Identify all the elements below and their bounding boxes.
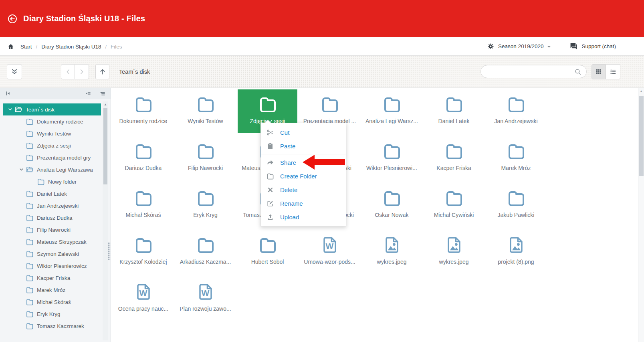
tree-item[interactable]: Michał Skóraś <box>3 296 101 308</box>
folder-item[interactable]: Kacper Friska <box>424 136 484 180</box>
tree-item-label: Tomasz Kaczmarek <box>37 323 84 329</box>
file-item[interactable]: WUmowa-wzor-pods... <box>300 230 359 273</box>
item-label: Jan Andrzejewski <box>494 118 537 124</box>
folder-item[interactable]: Wiktor Plesnierowi... <box>362 136 422 180</box>
sidebar-scrollbar[interactable]: ▲ <box>103 101 108 340</box>
grid-view-icon <box>595 68 602 75</box>
tree-item[interactable]: Dariusz Dudka <box>3 212 101 224</box>
folder-item[interactable]: Arkadiusz Kaczma... <box>176 230 235 273</box>
menu-item-label: Paste <box>280 143 295 150</box>
season-selector[interactable]: Season 2019/2020 <box>487 43 551 50</box>
file-item[interactable]: wykres.jpeg <box>362 230 422 273</box>
folder-item[interactable]: Analiza Legi Warsz... <box>362 89 422 133</box>
scroll-up-icon[interactable]: ▲ <box>103 101 108 107</box>
toolbar-right <box>480 64 620 79</box>
menu-item-upload[interactable]: Upload <box>261 210 346 224</box>
menu-item-label: Rename <box>280 200 303 207</box>
file-item[interactable]: WOcena pracy nauc... <box>113 277 173 320</box>
panel-resize-handle[interactable] <box>108 242 111 260</box>
arrow-up-icon <box>99 68 107 76</box>
folder-item[interactable]: Jan Andrzejewski <box>486 89 546 133</box>
tree-caret-spacer <box>18 227 26 233</box>
folder-item[interactable]: Filip Nawrocki <box>176 136 235 180</box>
tree-item[interactable]: Eryk Kryg <box>3 308 101 320</box>
item-label: projekt (8).png <box>498 259 534 265</box>
collapse-all-icon[interactable] <box>85 90 91 97</box>
tree-item[interactable]: Wyniki Testów <box>3 127 101 140</box>
main-scroll-thumb[interactable] <box>639 96 644 176</box>
expand-all-icon[interactable] <box>99 90 106 97</box>
folder-item[interactable]: Hubert Sobol <box>238 230 297 273</box>
tree-caret-spacer <box>18 251 26 257</box>
tree-item[interactable]: Mateusz Skrzypczak <box>3 236 101 248</box>
menu-item-delete[interactable]: Delete <box>261 183 346 196</box>
tree-item-label: Dariusz Dudka <box>37 215 73 221</box>
tree-item[interactable]: Wiktor Plesnierowicz <box>3 260 101 272</box>
tree-item[interactable]: Analiza Legi Warszawa <box>3 164 101 176</box>
folder-item[interactable]: Michał Skóraś <box>113 183 173 227</box>
tree-item-label: Nowy folder <box>48 179 77 185</box>
file-item[interactable]: wykres.jpeg <box>424 230 484 273</box>
menu-item-create-folder[interactable]: Create Folder <box>261 169 346 183</box>
tree-item[interactable]: Team`s disk <box>3 103 101 115</box>
tree-caret-spacer <box>18 299 26 305</box>
folder-item[interactable]: Wyniki Testów <box>176 89 235 133</box>
home-icon[interactable] <box>7 43 14 50</box>
tree-item[interactable]: Prezentacja model gry <box>3 152 101 164</box>
file-item[interactable]: projekt (8).png <box>486 230 546 273</box>
chevron-down-icon[interactable] <box>18 166 26 173</box>
chevron-down-icon[interactable] <box>7 106 14 113</box>
folder-item[interactable]: Dariusz Dudka <box>113 136 173 180</box>
tree-item[interactable]: Dokumenty rodzice <box>3 115 101 127</box>
breadcrumb-item[interactable]: Start <box>20 44 32 50</box>
folder-item[interactable]: Daniel Latek <box>424 89 484 133</box>
file-item[interactable]: WPlan rozwoju zawo... <box>176 277 235 320</box>
up-directory-button[interactable] <box>95 64 109 79</box>
folder-item[interactable]: Krzysztof Kołodziej <box>113 230 173 273</box>
breadcrumb-item[interactable]: Diary Stadion Śląski U18 <box>41 44 101 50</box>
forward-nav-button[interactable] <box>75 64 89 79</box>
folder-item[interactable]: Dokumenty rodzice <box>113 89 173 133</box>
folder-item[interactable]: Eryk Kryg <box>176 183 235 227</box>
tree-item-label: Prezentacja model gry <box>37 155 91 161</box>
menu-item-cut[interactable]: Cut <box>261 125 346 139</box>
grid-view-button[interactable] <box>592 64 606 79</box>
back-button[interactable] <box>7 14 18 24</box>
sidebar-scroll-thumb[interactable] <box>103 108 107 184</box>
tree-item[interactable]: Tomasz Kaczmarek <box>3 320 101 332</box>
item-label: wykres.jpeg <box>439 259 469 265</box>
folder-item[interactable]: Michał Cywiński <box>424 183 484 227</box>
tree-item-label: Dokumenty rodzice <box>37 119 83 125</box>
tree-item-label: Wiktor Plesnierowicz <box>37 263 87 269</box>
list-view-button[interactable] <box>606 64 620 79</box>
tree-item[interactable]: Marek Mróz <box>3 284 101 296</box>
expand-panel-button[interactable] <box>7 64 22 79</box>
folder-item[interactable]: Marek Mróz <box>486 136 546 180</box>
support-chat-link[interactable]: Support (chat) <box>570 42 616 50</box>
tree-item[interactable]: Filip Nawrocki <box>3 224 101 236</box>
tree-item[interactable]: Daniel Latek <box>3 188 101 200</box>
search-icon[interactable] <box>574 68 581 75</box>
collapse-panel-icon[interactable] <box>5 90 11 97</box>
search-box[interactable] <box>480 65 587 78</box>
rename-icon <box>266 200 274 207</box>
support-label: Support (chat) <box>581 43 616 49</box>
word-document-icon: W <box>134 282 153 302</box>
menu-item-paste[interactable]: Paste <box>261 139 346 153</box>
tree-caret-spacer <box>18 118 26 125</box>
back-nav-button[interactable] <box>61 64 75 79</box>
tree-item[interactable]: Szymon Zalewski <box>3 248 101 260</box>
tree-item[interactable]: Kacper Friska <box>3 272 101 284</box>
folder-item[interactable]: Oskar Nowak <box>362 183 422 227</box>
tree-item[interactable]: Zdjęcia z sesji <box>3 140 101 152</box>
search-input[interactable] <box>486 68 574 75</box>
folder-icon <box>444 142 464 161</box>
menu-item-share[interactable]: Share <box>261 156 346 169</box>
tree-item[interactable]: Jan Andrzejewski <box>3 200 101 212</box>
tree-item[interactable]: Nowy folder <box>3 176 101 188</box>
main-scrollbar[interactable]: ▲ <box>638 88 644 342</box>
menu-item-rename[interactable]: Rename <box>261 196 346 210</box>
folder-item[interactable]: Jakub Pawlicki <box>486 183 546 227</box>
scroll-up-icon[interactable]: ▲ <box>638 88 644 94</box>
folder-icon <box>26 310 34 318</box>
